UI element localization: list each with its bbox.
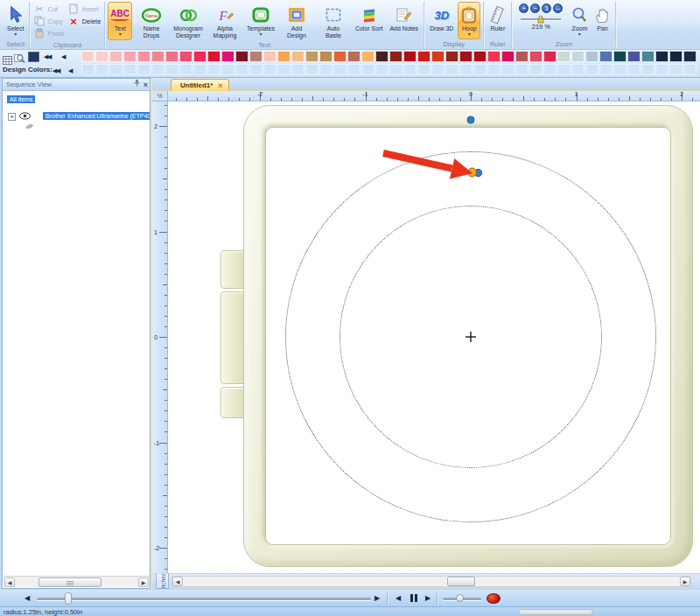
design-color-cell[interactable]	[151, 64, 164, 75]
canvas-hscrollbar[interactable]: ◀ ▶	[172, 576, 691, 587]
ribbon-button-monogram-designer[interactable]: Monogram Designer	[171, 2, 206, 40]
thread-color-swatch[interactable]	[501, 51, 514, 62]
design-color-cell[interactable]	[291, 64, 304, 75]
color-block-item[interactable]: Brother Enhanced:Ultramarine (ETP406)	[43, 112, 150, 120]
design-color-cell[interactable]	[403, 64, 416, 75]
thread-color-swatch[interactable]	[599, 51, 612, 62]
design-color-cell[interactable]	[361, 64, 374, 75]
thread-color-swatch[interactable]	[347, 51, 360, 62]
thread-color-swatch[interactable]	[585, 51, 598, 62]
zoom-in-icon[interactable]: +	[519, 4, 528, 13]
thread-color-swatch[interactable]	[459, 51, 472, 62]
design-color-cell[interactable]	[109, 64, 122, 75]
thread-color-swatch[interactable]	[641, 51, 654, 62]
design-color-cell[interactable]	[417, 64, 430, 75]
design-color-cell[interactable]	[389, 64, 402, 75]
design-color-cell[interactable]	[613, 64, 626, 75]
close-icon[interactable]: ×	[144, 80, 148, 89]
ribbon-button-copy[interactable]: Copy	[33, 16, 64, 26]
play-icon[interactable]: ▶	[425, 593, 430, 603]
ribbon-button-add-notes[interactable]: Add Notes	[387, 2, 421, 40]
thread-color-swatch[interactable]	[445, 51, 458, 62]
thread-color-swatch[interactable]	[487, 51, 500, 62]
design-color-cell[interactable]	[543, 64, 556, 75]
ribbon-button-add-design[interactable]: Add Design	[279, 2, 314, 40]
thread-color-swatch[interactable]	[389, 51, 402, 62]
thread-color-swatch[interactable]	[291, 51, 304, 62]
thread-color-swatch[interactable]	[683, 51, 696, 62]
pause-icon[interactable]	[410, 594, 418, 603]
thread-color-swatch[interactable]	[403, 51, 416, 62]
ribbon-button-select[interactable]: Select▾	[4, 2, 26, 39]
ribbon-button-paste[interactable]: Paste	[33, 28, 64, 38]
thread-color-swatch[interactable]	[81, 51, 94, 62]
ribbon-button-zoom[interactable]: Zoom▾	[569, 2, 590, 39]
design-color-cell[interactable]	[179, 64, 192, 75]
document-tab[interactable]: Untitled1* ×	[171, 79, 229, 91]
ribbon-button-name-drops[interactable]: NameName Drops	[134, 2, 169, 40]
zoom-slider[interactable]	[521, 13, 561, 22]
thread-color-swatch[interactable]	[319, 51, 332, 62]
thread-color-swatch[interactable]	[221, 51, 234, 62]
design-color-cell[interactable]	[501, 64, 514, 75]
design-color-cell[interactable]	[221, 64, 234, 75]
thread-color-swatch[interactable]	[95, 51, 108, 62]
thread-color-swatch[interactable]	[613, 51, 626, 62]
current-color-swatch[interactable]	[28, 52, 39, 62]
ribbon-button-text[interactable]: ABCText▾	[108, 2, 132, 40]
thread-color-swatch[interactable]	[375, 51, 388, 62]
design-colors-first-icon[interactable]: ◀◀	[52, 67, 60, 74]
design-color-cell[interactable]	[683, 64, 696, 75]
design-color-cell[interactable]	[431, 64, 444, 75]
ribbon-button-delete[interactable]: ×Delete	[68, 16, 102, 26]
thread-color-swatch[interactable]	[151, 51, 164, 62]
design-color-cell[interactable]	[459, 64, 472, 75]
palette-first-icon[interactable]: ◀◀	[44, 53, 51, 60]
ribbon-button-hoop[interactable]: Hoop▾	[458, 2, 480, 39]
design-color-cell[interactable]	[319, 64, 332, 75]
thread-color-swatch[interactable]	[529, 51, 542, 62]
thread-color-swatch[interactable]	[333, 51, 346, 62]
ribbon-button-ruler[interactable]: Ruler	[486, 2, 508, 39]
design-color-cell[interactable]	[347, 64, 360, 75]
thread-color-swatch[interactable]	[109, 51, 122, 62]
design-color-cell[interactable]	[165, 64, 178, 75]
scrollbar-thumb[interactable]	[447, 577, 475, 586]
design-color-cell[interactable]	[305, 64, 318, 75]
design-color-cell[interactable]	[193, 64, 206, 75]
thread-color-swatch[interactable]	[305, 51, 318, 62]
design-color-cell[interactable]	[333, 64, 346, 75]
thread-color-swatch[interactable]	[515, 51, 528, 62]
sequence-view-hscrollbar[interactable]: ◀ ▶	[4, 576, 150, 587]
zoom-fit-icon[interactable]: ↔	[553, 4, 563, 13]
palette-prev-icon[interactable]: ◀	[61, 53, 65, 60]
design-color-cell[interactable]	[473, 64, 486, 75]
seek-start-icon[interactable]: ◀	[24, 593, 30, 603]
design-color-cell[interactable]	[263, 64, 276, 75]
design-color-cell[interactable]	[487, 64, 500, 75]
design-canvas[interactable]	[168, 102, 700, 573]
scroll-right-icon[interactable]: ▶	[680, 577, 690, 586]
thread-color-swatch[interactable]	[431, 51, 444, 62]
ribbon-button-color-sort[interactable]: Color Sort	[353, 2, 386, 40]
design-color-cell[interactable]	[445, 64, 458, 75]
design-color-cell[interactable]	[249, 64, 262, 75]
thread-color-swatch[interactable]	[473, 51, 486, 62]
design-color-cell[interactable]	[655, 64, 668, 75]
thread-color-swatch[interactable]	[165, 51, 178, 62]
tab-close-icon[interactable]: ×	[218, 81, 222, 90]
design-color-cell[interactable]	[81, 64, 94, 75]
scroll-right-icon[interactable]: ▶	[138, 578, 149, 587]
thread-color-swatch[interactable]	[235, 51, 248, 62]
progress-slider-track[interactable]	[37, 598, 371, 600]
design-color-cell[interactable]	[599, 64, 612, 75]
thread-color-swatch[interactable]	[277, 51, 290, 62]
design-color-cell[interactable]	[235, 64, 248, 75]
ribbon-button-templates[interactable]: Templates▾	[244, 2, 277, 40]
pin-icon[interactable]	[133, 79, 140, 92]
scroll-left-icon[interactable]: ◀	[4, 578, 15, 587]
scroll-left-icon[interactable]: ◀	[172, 577, 183, 586]
design-color-cell[interactable]	[123, 64, 136, 75]
progress-slider-thumb[interactable]	[65, 592, 72, 605]
sew-icon[interactable]	[25, 118, 34, 134]
